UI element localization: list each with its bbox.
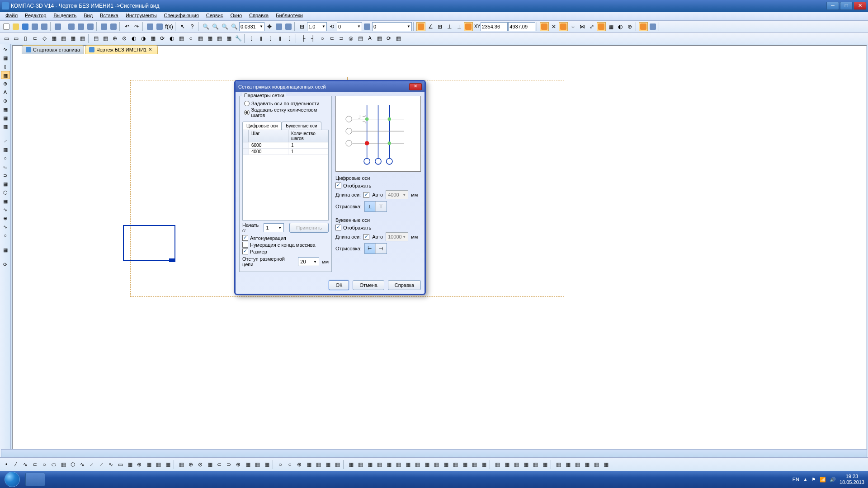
- chk-label: Автонумерация: [250, 235, 286, 241]
- dim-offset-combo[interactable]: 20▼: [298, 257, 319, 266]
- chk-label: Отображать: [343, 183, 371, 188]
- letter-render-toggle: ⊢ ⊣: [364, 243, 387, 254]
- group-title: Параметры сетки: [242, 93, 286, 98]
- svg-point-10: [375, 158, 381, 164]
- tab-digital-axes[interactable]: Цифровые оси: [242, 122, 282, 130]
- dialog-title: Сетка прямых координационных осей: [238, 84, 326, 89]
- radio-icon: [244, 110, 250, 115]
- svg-point-7: [346, 128, 352, 134]
- ok-button[interactable]: ОК: [329, 280, 349, 290]
- table-row[interactable]: 6000 1: [243, 142, 328, 149]
- svg-point-12: [365, 117, 369, 121]
- render-opt-1[interactable]: ⊥: [365, 202, 376, 211]
- dialog-overlay: Сетка прямых координационных осей ✕ Пара…: [0, 0, 868, 488]
- cancel-button[interactable]: Отмена: [353, 280, 384, 290]
- start-from-label: Начать с:: [242, 222, 261, 233]
- chk-show-digital[interactable]: Отображать: [335, 183, 421, 188]
- dim-offset-label: Отступ размерной цепи: [242, 256, 292, 267]
- letter-axes-label: Буквенные оси: [335, 217, 421, 223]
- chk-auto-letter[interactable]: [363, 234, 369, 240]
- chk-label: Отображать: [343, 225, 371, 230]
- axis-grid-dialog: Сетка прямых координационных осей ✕ Пара…: [234, 80, 426, 295]
- col-count-header: Количество шагов: [288, 130, 328, 142]
- svg-point-11: [387, 158, 392, 164]
- checkbox-icon: [335, 183, 341, 188]
- svg-point-14: [388, 141, 392, 145]
- svg-point-6: [346, 116, 352, 122]
- radio-label: Задавать сетку количеством шагов: [251, 107, 329, 118]
- axis-tabs: Цифровые оси Буквенные оси: [242, 122, 329, 130]
- chk-label: Нумерация с конца массива: [250, 242, 316, 248]
- cell-count: 1: [288, 142, 328, 148]
- radio-step-count[interactable]: Задавать сетку количеством шагов: [242, 107, 329, 118]
- checkbox-icon: [242, 249, 248, 254]
- svg-point-9: [364, 158, 370, 164]
- mm-label: мм: [411, 234, 418, 239]
- axis-len-label: Длина оси:: [335, 234, 361, 239]
- checkbox-icon: [242, 235, 248, 241]
- digital-axes-label: Цифровые оси: [335, 175, 421, 181]
- render-opt-2[interactable]: ⊣: [376, 244, 387, 253]
- grid-params-group: Параметры сетки Задавать оси по отдельно…: [239, 96, 332, 272]
- start-from-combo[interactable]: 1▼: [264, 223, 284, 232]
- svg-point-15: [365, 141, 369, 145]
- radio-label: Задавать оси по отдельности: [251, 101, 319, 106]
- cell-step: 4000: [249, 149, 288, 155]
- radio-individual-axes[interactable]: Задавать оси по отдельности: [242, 101, 329, 106]
- rendering-label: Отрисовка:: [335, 204, 362, 209]
- len-letter-value: 10000: [388, 234, 402, 239]
- mm-label: мм: [411, 192, 418, 197]
- tab-letter-axes[interactable]: Буквенные оси: [282, 122, 321, 130]
- chk-autonum[interactable]: Автонумерация: [242, 235, 329, 241]
- len-digital-input[interactable]: 4000▼: [386, 190, 408, 199]
- apply-button[interactable]: Применить: [289, 223, 329, 233]
- chk-label: Размер: [250, 249, 267, 254]
- chk-size[interactable]: Размер: [242, 249, 329, 254]
- start-from-value: 1: [266, 225, 269, 230]
- chk-endnum[interactable]: Нумерация с конца массива: [242, 242, 329, 248]
- chk-show-letter[interactable]: Отображать: [335, 225, 421, 230]
- len-digital-value: 4000: [388, 192, 399, 197]
- cell-count: 1: [288, 149, 328, 155]
- checkbox-icon: [242, 242, 248, 248]
- auto-label: Авто: [372, 234, 383, 239]
- rendering-label: Отрисовка:: [335, 246, 362, 251]
- axis-table[interactable]: Шаг Количество шагов 6000 1 4000 1: [242, 130, 329, 221]
- cell-step: 6000: [249, 142, 288, 148]
- auto-label: Авто: [372, 192, 383, 197]
- digital-render-toggle: ⊥ ⊤: [364, 201, 387, 212]
- dim-offset-value: 20: [300, 259, 306, 264]
- render-opt-1[interactable]: ⊢: [365, 244, 376, 253]
- render-opt-2[interactable]: ⊤: [376, 202, 387, 211]
- col-step-header: Шаг: [249, 130, 288, 142]
- radio-icon: [244, 101, 250, 106]
- mm-label: мм: [322, 259, 329, 264]
- grid-preview: [335, 96, 421, 172]
- chk-auto-digital[interactable]: [363, 192, 369, 198]
- help-button[interactable]: Справка: [388, 280, 421, 290]
- dialog-close-button[interactable]: ✕: [409, 83, 422, 90]
- axis-len-label: Длина оси:: [335, 192, 361, 197]
- svg-point-13: [388, 117, 392, 121]
- checkbox-icon: [335, 225, 341, 230]
- svg-point-8: [346, 140, 352, 146]
- dialog-titlebar[interactable]: Сетка прямых координационных осей ✕: [236, 81, 425, 92]
- table-row[interactable]: 4000 1: [243, 149, 328, 155]
- len-letter-input[interactable]: 10000▼: [386, 232, 408, 241]
